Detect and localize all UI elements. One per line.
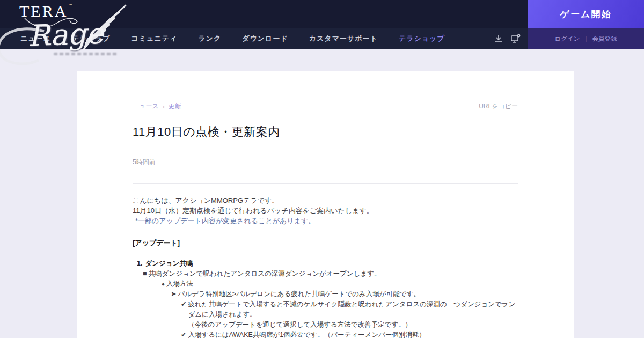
remote-play-monitor-icon[interactable] <box>510 34 520 43</box>
update-list: 1. ダンジョン共鳴 ■ 共鳴ダンジョンで呪われたアンタロスの深淵ダンジョンがオ… <box>133 259 518 338</box>
nav-item-terashop[interactable]: テラショップ <box>399 34 445 43</box>
auth-separator: | <box>586 35 587 42</box>
nav-item-download[interactable]: ダウンロード <box>242 34 288 43</box>
list-item: 1. ダンジョン共鳴 <box>137 259 518 269</box>
list-item: ✔ 疲れた共鳴ゲートで入場すると不滅のケルサイク隠蔽と呪われたアンタロスの深淵の… <box>181 299 518 320</box>
download-icon[interactable] <box>494 34 503 43</box>
nav-item-community[interactable]: コミュニティ <box>131 34 177 43</box>
article-timestamp: 5時間前 <box>133 158 518 167</box>
rage-subtitle-blur <box>54 53 118 55</box>
list-marker: ■ <box>143 269 149 279</box>
game-start-button[interactable]: ゲーム開始 <box>528 0 644 28</box>
auth-bar: ログイン | 会員登録 <box>528 28 644 49</box>
list-item: ● 入場方法 <box>162 279 518 289</box>
breadcrumb-separator: › <box>163 103 165 111</box>
list-text: 入場するにはAWAKE共鳴席が1個必要です。（パーティーメンバー個別消耗） <box>188 330 518 338</box>
list-text: パルデラ特別地区>パルデロンにある疲れた共鳴ゲートでのみ入場が可能です。 <box>178 289 518 299</box>
list-text: 共鳴ダンジョンで呪われたアンタロスの深淵ダンジョンがオープンします。 <box>149 269 518 279</box>
update-section-heading: [アップデート] <box>133 238 518 248</box>
tera-logo-text: TERA <box>19 2 68 20</box>
list-marker: ✔ <box>181 299 188 320</box>
intro-line: こんにちは、アクションMMORPGテラです。 <box>133 195 518 205</box>
article-divider <box>133 183 518 184</box>
breadcrumb-news[interactable]: ニュース <box>133 102 159 111</box>
breadcrumb-row: ニュース › 更新 URLをコピー <box>133 102 518 111</box>
navbar-icon-group <box>486 28 528 49</box>
article-intro: こんにちは、アクションMMORPGテラです。 11月10日（水）定期点検を通じて… <box>133 195 518 226</box>
login-link[interactable]: ログイン <box>554 35 580 43</box>
list-marker: ✔ <box>181 330 188 338</box>
list-marker: ● <box>162 279 166 289</box>
nav-item-teraclub[interactable]: テラクラブ <box>72 34 111 43</box>
register-link[interactable]: 会員登録 <box>592 35 617 43</box>
main-nav: ニュース テラクラブ コミュニティ ランク ダウンロード カスタマーサポート テ… <box>0 28 466 49</box>
list-marker: 1. <box>137 259 145 269</box>
intro-notice: *一部のアップデート内容が変更されることがあります。 <box>135 216 518 226</box>
article-title: 11月10日の点検・更新案内 <box>133 124 518 140</box>
list-item: （今後のアップデートを通じて選択して入場する方法で改善予定です。） <box>188 320 518 330</box>
list-text: 疲れた共鳴ゲートで入場すると不滅のケルサイク隠蔽と呪われたアンタロスの深淵の一つ… <box>188 299 518 320</box>
list-marker: ➤ <box>171 289 178 299</box>
intro-line: 11月10日（水）定期点検を通じて行われるパッチ内容をご案内いたします。 <box>133 205 518 216</box>
article-card: ニュース › 更新 URLをコピー 11月10日の点検・更新案内 5時間前 こん… <box>77 71 574 338</box>
nav-item-support[interactable]: カスタマーサポート <box>309 34 378 43</box>
list-text: （今後のアップデートを通じて選択して入場する方法で改善予定です。） <box>188 320 518 330</box>
list-text: ダンジョン共鳴 <box>145 259 518 269</box>
breadcrumb-update[interactable]: 更新 <box>169 102 181 111</box>
tera-logo[interactable]: TERA™ <box>19 2 79 30</box>
list-item: ➤ パルデラ特別地区>パルデロンにある疲れた共鳴ゲートでのみ入場が可能です。 <box>171 289 518 299</box>
copy-url-button[interactable]: URLをコピー <box>479 102 518 111</box>
list-item: ✔ 入場するにはAWAKE共鳴席が1個必要です。（パーティーメンバー個別消耗） <box>181 330 518 338</box>
trademark-symbol: ™ <box>68 3 72 7</box>
breadcrumb: ニュース › 更新 <box>133 102 181 111</box>
tera-news-page: { "palette": { "topbar_bg": "#171a31", "… <box>0 0 644 338</box>
list-item: ■ 共鳴ダンジョンで呪われたアンタロスの深淵ダンジョンがオープンします。 <box>143 269 518 279</box>
nav-item-news[interactable]: ニュース <box>20 34 51 43</box>
list-text: 入場方法 <box>166 279 518 289</box>
nav-item-rank[interactable]: ランク <box>198 34 221 43</box>
